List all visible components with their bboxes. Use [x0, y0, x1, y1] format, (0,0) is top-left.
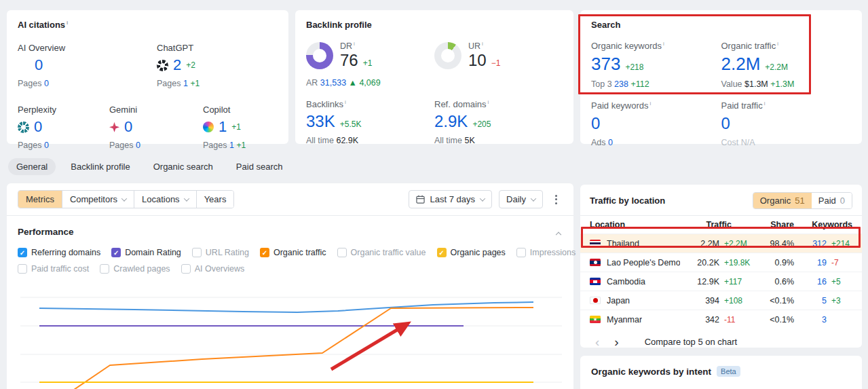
- column-traffic: Traffic: [680, 220, 756, 229]
- traffic-change: +19.8K: [719, 258, 756, 267]
- checkbox-icon: [337, 248, 347, 257]
- keywords-change: +214: [827, 239, 852, 248]
- metric-checkbox[interactable]: Crawled pages: [100, 264, 170, 274]
- next-page-arrow-icon[interactable]: ›: [609, 337, 624, 347]
- pages-change: +1: [190, 79, 200, 88]
- metric-checkbox[interactable]: Referring domains: [18, 248, 100, 257]
- location-row[interactable]: Thailand 2.2M+2.2M 98.4% 312+214: [580, 234, 862, 253]
- metric-checkbox[interactable]: Organic traffic: [260, 248, 326, 257]
- metric-checkbox[interactable]: Organic traffic value: [337, 248, 426, 257]
- top3-line: Top 3 238 +112: [591, 79, 721, 89]
- citations-count[interactable]: 0: [124, 118, 132, 136]
- prev-page-arrow-icon[interactable]: ‹: [590, 337, 605, 347]
- compare-top5-link[interactable]: Compare top 5 on chart: [645, 337, 738, 347]
- metric-checkbox[interactable]: Paid traffic cost: [18, 264, 89, 274]
- tab[interactable]: Paid search: [228, 158, 291, 175]
- pages-label: Pages: [109, 141, 133, 150]
- ar-value[interactable]: 31,533: [320, 78, 346, 88]
- locations-button[interactable]: Locations: [134, 191, 196, 208]
- organic-keywords-value[interactable]: 373: [591, 54, 620, 75]
- metrics-button-group: Metrics Competitors Locations Years: [18, 190, 234, 208]
- ai-source-name: Copilot: [203, 105, 246, 115]
- citations-count[interactable]: 2: [173, 56, 181, 74]
- pages-count[interactable]: 0: [44, 141, 49, 150]
- checkbox-icon: [18, 248, 27, 257]
- citations-count[interactable]: 0: [35, 56, 43, 74]
- pages-label: Pages: [157, 79, 181, 88]
- ai-citation-item: ChatGPT 2 +2 Pages 1 +1: [157, 43, 200, 88]
- date-range-button[interactable]: Last 7 days: [409, 190, 493, 208]
- info-icon: i: [764, 100, 766, 107]
- location-table-footer: ‹ › Compare top 5 on chart: [580, 329, 862, 355]
- traffic-change: +108: [719, 296, 756, 305]
- ai-source-icon: [157, 60, 168, 71]
- metric-checkbox-row-2: Paid traffic cost Crawled pages AI Overv…: [18, 264, 563, 274]
- dr-change: +1: [363, 58, 373, 68]
- chevron-down-icon: [121, 196, 127, 201]
- info-icon: i: [663, 41, 664, 47]
- metric-checkbox[interactable]: AI Overviews: [181, 264, 245, 274]
- country-flag-icon: [590, 316, 601, 323]
- citations-count[interactable]: 1: [219, 118, 227, 136]
- pages-count[interactable]: 1: [183, 79, 188, 88]
- keywords-count[interactable]: 5: [794, 296, 827, 305]
- pages-count[interactable]: 0: [136, 141, 140, 150]
- performance-chart[interactable]: [19, 282, 566, 389]
- paid-traffic-value[interactable]: 0: [721, 114, 730, 133]
- metric-checkbox[interactable]: Domain Rating: [111, 248, 181, 257]
- location-name: Thailand: [607, 239, 639, 248]
- ur-label: URi: [468, 41, 500, 51]
- ref-domains-alltime: All time 5K: [434, 136, 563, 145]
- keywords-change: +3: [827, 296, 852, 305]
- ur-column: URi 10−1 Ref. domainsi 2.9K+205 All time…: [434, 41, 563, 145]
- tab[interactable]: General: [8, 158, 56, 175]
- column-keywords: Keywords: [794, 220, 852, 229]
- location-name: Japan: [607, 296, 630, 305]
- paid-keywords-value[interactable]: 0: [591, 114, 600, 133]
- keywords-count[interactable]: 3: [794, 315, 827, 325]
- backlinks-value[interactable]: 33K: [306, 112, 335, 131]
- metric-checkbox[interactable]: Impressions: [516, 248, 575, 257]
- keywords-count[interactable]: 19: [794, 258, 827, 267]
- location-row[interactable]: Cambodia 12.9K+117 0.6% 16+5: [580, 272, 862, 291]
- ref-domains-label: Ref. domainsi: [434, 99, 563, 109]
- keywords-count[interactable]: 312: [794, 239, 827, 248]
- organic-traffic-value[interactable]: 2.2M: [721, 54, 761, 75]
- country-flag-icon: [590, 259, 601, 266]
- performance-chart-area: [19, 282, 563, 389]
- metric-checkbox[interactable]: URL Rating: [192, 248, 249, 257]
- more-options-kebab-icon[interactable]: [550, 192, 563, 207]
- citations-count[interactable]: 0: [34, 118, 42, 136]
- competitors-button[interactable]: Competitors: [62, 191, 134, 208]
- organic-toggle[interactable]: Organic51: [753, 193, 812, 208]
- ai-citations-row-2: Perplexity 0 Pages 0 Gemini 0 Pages 0: [18, 105, 278, 150]
- ai-citation-item: Gemini 0 Pages 0: [109, 105, 203, 150]
- location-row[interactable]: Japan 394+108 <0.1% 5+3: [580, 291, 862, 310]
- backlinks-label: Backlinksi: [306, 99, 434, 109]
- granularity-button[interactable]: Daily: [499, 190, 543, 208]
- ref-domains-value[interactable]: 2.9K: [434, 112, 468, 131]
- chevron-up-icon: [556, 232, 561, 238]
- top3-value[interactable]: 238: [614, 79, 628, 89]
- share-value: 98.4%: [756, 239, 794, 248]
- ai-source-icon: [18, 59, 30, 71]
- keywords-count[interactable]: 16: [794, 277, 827, 286]
- tab[interactable]: Backlink profile: [62, 158, 138, 175]
- ai-source-name: Gemini: [109, 105, 203, 115]
- metric-checkbox[interactable]: Organic pages: [437, 248, 506, 257]
- metric-checkbox-row-1: Referring domains Domain Rating URL Rati…: [18, 248, 563, 257]
- column-share: Share: [756, 220, 794, 229]
- metrics-button[interactable]: Metrics: [18, 191, 62, 208]
- location-name: Cambodia: [607, 277, 645, 286]
- collapse-section-button[interactable]: [554, 225, 563, 239]
- location-table-header: Location Traffic Share Keywords: [580, 216, 862, 234]
- tab[interactable]: Organic search: [145, 158, 221, 175]
- pages-count[interactable]: 1: [229, 141, 234, 150]
- pages-count[interactable]: 0: [44, 79, 49, 88]
- country-flag-icon: [590, 297, 601, 304]
- info-icon: i: [354, 41, 355, 47]
- paid-toggle[interactable]: Paid0: [812, 193, 852, 208]
- location-row[interactable]: Myanmar 342-11 <0.1% 3: [580, 310, 862, 329]
- location-row[interactable]: Lao People's Democratic Reput 20.2K+19.8…: [580, 253, 862, 272]
- years-button[interactable]: Years: [196, 191, 234, 208]
